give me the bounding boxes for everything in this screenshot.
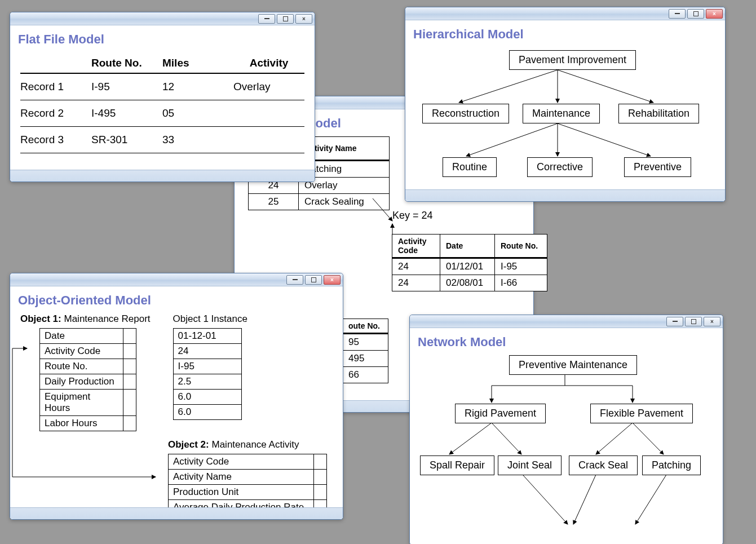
list-item: Equipment Hours	[40, 390, 136, 416]
statusbar	[405, 189, 725, 201]
flat-header: Route No. Miles Activity	[20, 52, 304, 74]
cell: 33	[162, 127, 233, 153]
svg-line-5	[466, 123, 558, 156]
svg-line-18	[573, 475, 596, 524]
table-row: 2402/08/01I-66	[392, 275, 547, 291]
cell: 12	[162, 74, 233, 100]
table-row: 66	[343, 367, 388, 383]
list-item: Daily Production	[40, 374, 136, 390]
obj1-fields: DateActivity CodeRoute No.Daily Producti…	[39, 328, 136, 431]
cell: Record 1	[20, 74, 91, 100]
svg-line-19	[635, 475, 666, 524]
tree-node-root: Pavement Improvement	[509, 50, 636, 70]
svg-line-7	[558, 123, 651, 156]
titlebar: ×	[410, 315, 723, 328]
svg-line-14	[492, 423, 521, 454]
window-title: Network Model	[418, 335, 723, 350]
list-item: 6.0	[174, 390, 241, 405]
win-network: × Network Model Preventive Maintenance R…	[409, 315, 723, 544]
list-item: Activity Name	[169, 470, 326, 485]
minimize-icon[interactable]	[669, 9, 686, 19]
rel-partial-table: oute No. 9549566	[342, 319, 388, 383]
window-title: Hierarchical Model	[413, 27, 725, 42]
cell: I-495	[91, 100, 162, 126]
win-oo: × Object-Oriented Model Object 1: Mainte…	[10, 273, 343, 520]
list-item: 6.0	[174, 405, 241, 420]
obj1-instance: 01-12-0124I-952.56.06.0	[173, 328, 242, 420]
list-item: I-95	[174, 359, 241, 374]
table-row: 95	[343, 334, 388, 351]
list-item: Route No.	[40, 359, 136, 374]
table-row: 495	[343, 351, 388, 367]
cell	[233, 127, 304, 153]
maximize-icon[interactable]	[685, 317, 702, 326]
tree-node: Patching	[642, 455, 701, 475]
tree-node: Rigid Pavement	[455, 404, 546, 423]
th: oute No.	[343, 319, 388, 334]
tree-node: Corrective	[527, 157, 593, 177]
svg-line-13	[449, 423, 492, 454]
list-item: Activity Code	[169, 454, 326, 470]
key-label: Key = 24	[392, 210, 433, 222]
maximize-icon[interactable]	[687, 9, 704, 19]
th: Activity Code	[392, 235, 440, 258]
th: Route No.	[495, 235, 547, 258]
list-item: 2.5	[174, 374, 241, 390]
obj2-heading: Object 2: Maintenance Activity	[168, 439, 333, 450]
instance-heading: Object 1 Instance	[173, 313, 247, 325]
cell: SR-301	[91, 127, 162, 153]
rel-join-table: Activity Code Date Route No. 2401/12/01I…	[392, 234, 547, 291]
titlebar: ×	[405, 7, 725, 20]
minimize-icon[interactable]	[286, 275, 303, 285]
cell: Record 2	[20, 100, 91, 126]
tree-node: Joint Seal	[498, 455, 562, 475]
table-row: Record 2 I-495 05	[20, 100, 304, 127]
th: Route No.	[91, 52, 162, 74]
th	[20, 52, 91, 74]
tree-node: Crack Seal	[569, 455, 638, 475]
titlebar: ×	[10, 12, 315, 25]
win-hierarchical: × Hierarchical Model Pavement Improvemen…	[405, 7, 726, 202]
tree-node: Rehabilitation	[618, 104, 699, 123]
tree-node: Reconstruction	[422, 104, 509, 123]
statusbar	[10, 507, 343, 519]
cell	[233, 100, 304, 126]
svg-line-16	[633, 423, 664, 454]
svg-line-2	[459, 70, 558, 103]
close-icon[interactable]: ×	[324, 275, 341, 285]
tree-node-root: Preventive Maintenance	[509, 355, 637, 375]
tree-node: Routine	[443, 157, 497, 177]
close-icon[interactable]: ×	[295, 14, 312, 24]
th: Miles	[162, 52, 233, 74]
tree-node: Spall Repair	[420, 455, 494, 475]
close-icon[interactable]: ×	[704, 317, 720, 326]
maximize-icon[interactable]	[277, 14, 294, 24]
list-item: Labor Hours	[40, 416, 136, 431]
list-item: 01-12-01	[174, 329, 241, 344]
cell: Overlay	[233, 74, 304, 100]
obj1-heading: Object 1: Maintenance Report	[20, 313, 151, 325]
statusbar	[10, 170, 315, 182]
titlebar: ×	[10, 273, 343, 286]
window-title: Flat File Model	[18, 32, 315, 47]
list-item: 24	[174, 344, 241, 359]
th: Date	[440, 235, 495, 258]
cell: I-95	[91, 74, 162, 100]
tree-node: Flexible Pavement	[590, 404, 693, 423]
svg-line-15	[596, 423, 633, 454]
win-flat-file: × Flat File Model Route No. Miles Activi…	[10, 12, 315, 182]
minimize-icon[interactable]	[258, 14, 275, 24]
th: Activity	[233, 52, 304, 74]
window-title: Object-Oriented Model	[18, 293, 343, 308]
minimize-icon[interactable]	[666, 317, 683, 326]
maximize-icon[interactable]	[305, 275, 322, 285]
table-row: Record 3 SR-301 33	[20, 127, 304, 153]
svg-line-4	[558, 70, 653, 103]
list-item: Production Unit	[169, 485, 326, 500]
table-row: 2401/12/01I-95	[392, 258, 547, 275]
close-icon[interactable]: ×	[706, 9, 723, 19]
tree-node: Maintenance	[523, 104, 600, 123]
svg-line-17	[523, 475, 568, 524]
list-item: Activity Code	[40, 344, 136, 359]
cell: Record 3	[20, 127, 91, 153]
